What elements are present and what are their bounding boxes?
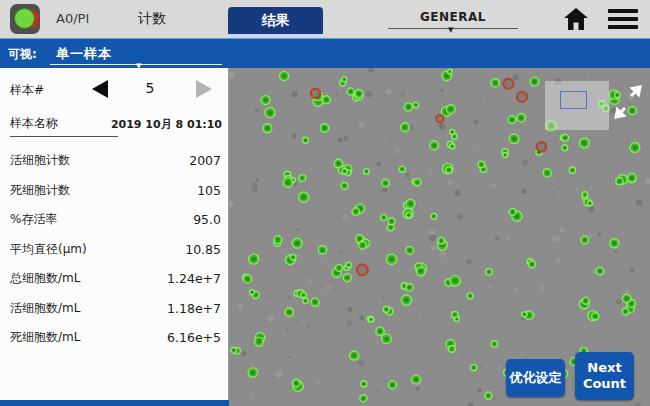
bottom-accent-strip <box>0 400 229 406</box>
visual-mode-value: 单一样本 <box>56 45 112 63</box>
assay-label: A0/PI <box>56 11 89 26</box>
stat-row-live-per-ml: 活细胞数/mL 1.18e+7 <box>0 294 229 324</box>
stat-row-viability: %存活率 95.0 <box>0 205 229 235</box>
visual-mode-dropdown[interactable]: 单一样本 ▼ <box>50 42 222 67</box>
results-panel: 样本# 5 样本名称 2019 10月 8 01:10 活细胞计数 2007 死… <box>0 68 229 406</box>
sample-number-label: 样本# <box>10 82 44 99</box>
zoom-minimap[interactable] <box>545 81 609 130</box>
profile-dropdown[interactable]: GENERAL ▼ <box>388 6 518 32</box>
hamburger-icon <box>608 9 638 13</box>
expand-arrows-icon <box>613 84 643 120</box>
statistics-list: 活细胞计数 2007 死细胞计数 105 %存活率 95.0 平均直径(μm) … <box>0 146 229 353</box>
visual-label: 可视: <box>8 46 37 63</box>
next-sample-button[interactable] <box>196 80 212 98</box>
next-count-button[interactable]: Next Count <box>575 352 634 400</box>
cell-image-view[interactable]: 优化设定 Next Count <box>229 68 650 406</box>
zoom-region-rect[interactable] <box>560 91 587 109</box>
app-logo-icon <box>10 4 40 34</box>
stat-row-live-count: 活细胞计数 2007 <box>0 146 229 176</box>
previous-sample-button[interactable] <box>92 80 108 98</box>
logo-green-dot <box>14 8 35 29</box>
stat-row-dead-count: 死细胞计数 105 <box>0 176 229 206</box>
fullscreen-button[interactable] <box>613 84 643 120</box>
sample-name-value: 2019 10月 8 01:10 <box>111 117 222 132</box>
tab-count[interactable]: 计数 <box>138 10 166 28</box>
sample-name-field[interactable]: 样本名称 <box>10 115 118 137</box>
stat-row-total-per-ml: 总细胞数/mL 1.24e+7 <box>0 264 229 294</box>
sample-number-value: 5 <box>138 80 162 96</box>
profile-dropdown-value: GENERAL <box>420 6 486 24</box>
optimize-settings-button[interactable]: 优化设定 <box>506 359 565 397</box>
stat-row-avg-diameter: 平均直径(μm) 10.85 <box>0 235 229 265</box>
sample-number-row: 样本# 5 <box>0 78 229 102</box>
chevron-down-icon: ▼ <box>448 26 453 34</box>
home-icon <box>562 6 590 32</box>
home-button[interactable] <box>562 6 590 32</box>
sample-name-row: 样本名称 2019 10月 8 01:10 <box>0 112 229 136</box>
stat-row-dead-per-ml: 死细胞数/mL 6.16e+5 <box>0 323 229 353</box>
tab-results[interactable]: 结果 <box>228 7 323 34</box>
menu-button[interactable] <box>608 9 638 29</box>
top-bar: A0/PI 计数 结果 GENERAL ▼ <box>0 0 650 38</box>
view-bar: 可视: 单一样本 ▼ ✓ 描绘 <box>0 38 650 68</box>
